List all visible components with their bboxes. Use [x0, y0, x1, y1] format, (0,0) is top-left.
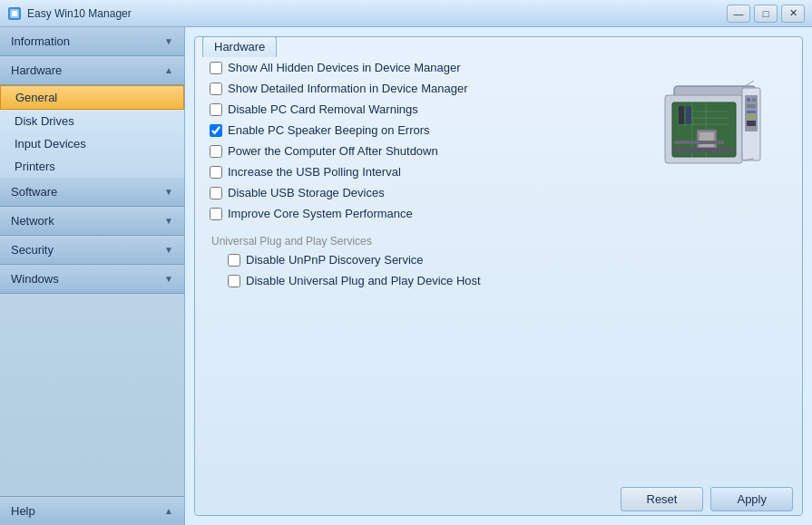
chevron-down-icon-security: ▼: [164, 245, 173, 255]
sidebar-spacer: [0, 294, 184, 496]
upnp-section: Universal Plug and Play Services Disable…: [210, 231, 628, 289]
sidebar-section-information-label: Information: [11, 34, 70, 48]
label-power-off[interactable]: Power the Computer Off After Shutdown: [228, 144, 438, 158]
svg-rect-2: [12, 11, 17, 16]
checkbox-usb-storage[interactable]: [210, 187, 222, 199]
chevron-up-icon-help: ▲: [164, 506, 173, 516]
close-button[interactable]: ✕: [781, 5, 805, 23]
svg-rect-15: [686, 106, 691, 124]
hardware-tab-group: Hardware Show All Hidden Devices in Devi…: [194, 36, 803, 516]
sidebar-help[interactable]: Help ▲: [0, 496, 184, 525]
checkbox-power-off[interactable]: [210, 145, 222, 158]
hardware-illustration: [647, 68, 783, 186]
app-icon: [7, 6, 22, 21]
options-panel: Show All Hidden Devices in Device Manage…: [210, 59, 628, 471]
sidebar-section-windows-label: Windows: [11, 272, 59, 286]
help-label: Help: [11, 504, 35, 518]
checkbox-usb-polling[interactable]: [210, 166, 222, 179]
option-pc-speaker: Enable PC Speaker Beeping on Errors: [210, 122, 628, 139]
label-pc-card-removal[interactable]: Disable PC Card Removal Warnings: [228, 102, 418, 116]
checkbox-upnp-discovery[interactable]: [228, 254, 240, 267]
sidebar-section-hardware-label: Hardware: [11, 63, 62, 77]
window-controls: — □ ✕: [727, 5, 805, 23]
option-upnp-host: Disable Universal Plug and Play Device H…: [228, 272, 628, 289]
svg-rect-14: [679, 106, 684, 124]
sidebar-section-network-label: Network: [11, 214, 54, 228]
checkbox-upnp-host[interactable]: [228, 275, 240, 287]
tab-content: Show All Hidden Devices in Device Manage…: [195, 41, 802, 480]
svg-rect-16: [674, 148, 733, 152]
main-content: Hardware Show All Hidden Devices in Devi…: [185, 27, 812, 525]
app-body: Information ▼ Hardware ▲ General Disk Dr…: [0, 27, 812, 525]
svg-rect-19: [747, 98, 750, 102]
option-hidden-devices: Show All Hidden Devices in Device Manage…: [210, 59, 628, 76]
label-hidden-devices[interactable]: Show All Hidden Devices in Device Manage…: [228, 61, 461, 74]
sidebar-section-security-label: Security: [11, 243, 54, 257]
label-usb-polling[interactable]: Increase the USB Polling Interval: [228, 165, 401, 179]
upnp-items: Disable UnPnP Discovery Service Disable …: [210, 251, 628, 289]
label-detailed-info[interactable]: Show Detailed Information in Device Mana…: [228, 82, 467, 95]
chevron-up-icon: ▲: [164, 65, 173, 75]
title-bar: Easy Win10 Manager — □ ✕: [0, 0, 812, 27]
sidebar-section-software[interactable]: Software ▼: [0, 178, 184, 207]
option-pc-card-removal: Disable PC Card Removal Warnings: [210, 101, 628, 118]
option-power-off: Power the Computer Off After Shutdown: [210, 142, 628, 160]
svg-rect-13: [699, 132, 714, 147]
option-core-perf: Improve Core System Performance: [210, 205, 628, 222]
maximize-button[interactable]: □: [754, 5, 778, 23]
reset-button[interactable]: Reset: [621, 487, 704, 511]
checkbox-pc-speaker[interactable]: [210, 124, 222, 137]
bottom-bar: Reset Apply: [195, 480, 802, 515]
label-upnp-discovery[interactable]: Disable UnPnP Discovery Service: [246, 253, 424, 267]
chevron-down-icon-network: ▼: [164, 216, 173, 226]
apply-button[interactable]: Apply: [710, 487, 793, 511]
label-pc-speaker[interactable]: Enable PC Speaker Beeping on Errors: [228, 123, 430, 137]
checkbox-core-perf[interactable]: [210, 208, 222, 220]
svg-rect-17: [674, 141, 724, 144]
label-upnp-host[interactable]: Disable Universal Plug and Play Device H…: [246, 274, 481, 287]
sidebar-item-disk-drives[interactable]: Disk Drives: [0, 110, 184, 132]
chevron-down-icon-software: ▼: [164, 187, 173, 197]
chevron-down-icon: ▼: [164, 36, 173, 46]
chevron-down-icon-windows: ▼: [164, 274, 173, 284]
svg-rect-24: [747, 121, 756, 126]
sidebar-section-security[interactable]: Security ▼: [0, 236, 184, 265]
sidebar-section-information[interactable]: Information ▼: [0, 27, 184, 56]
checkbox-pc-card-removal[interactable]: [210, 103, 222, 116]
sidebar-item-general[interactable]: General: [0, 85, 184, 110]
hardware-tab[interactable]: Hardware: [202, 36, 277, 57]
svg-rect-20: [752, 98, 756, 102]
hardware-image: [642, 59, 788, 471]
svg-rect-21: [747, 104, 756, 108]
hardware-sub-items: General Disk Drives Input Devices Printe…: [0, 85, 184, 178]
sidebar-item-input-devices[interactable]: Input Devices: [0, 132, 184, 155]
sidebar-item-printers[interactable]: Printers: [0, 155, 184, 178]
minimize-button[interactable]: —: [727, 5, 750, 23]
label-core-perf[interactable]: Improve Core System Performance: [228, 207, 413, 220]
label-usb-storage[interactable]: Disable USB Storage Devices: [228, 186, 385, 199]
sidebar-section-network[interactable]: Network ▼: [0, 207, 184, 236]
sidebar-section-hardware[interactable]: Hardware ▲: [0, 56, 184, 85]
checkbox-hidden-devices[interactable]: [210, 62, 222, 74]
sidebar: Information ▼ Hardware ▲ General Disk Dr…: [0, 27, 185, 525]
option-usb-polling: Increase the USB Polling Interval: [210, 163, 628, 180]
upnp-section-label: Universal Plug and Play Services: [210, 231, 628, 251]
option-upnp-discovery: Disable UnPnP Discovery Service: [228, 251, 628, 268]
app-title: Easy Win10 Manager: [27, 7, 727, 20]
option-detailed-info: Show Detailed Information in Device Mana…: [210, 80, 628, 97]
sidebar-section-software-label: Software: [11, 185, 57, 199]
checkbox-detailed-info[interactable]: [210, 83, 222, 95]
svg-rect-23: [747, 115, 756, 118]
option-usb-storage: Disable USB Storage Devices: [210, 184, 628, 201]
sidebar-section-windows[interactable]: Windows ▼: [0, 265, 184, 294]
svg-rect-22: [747, 111, 756, 113]
